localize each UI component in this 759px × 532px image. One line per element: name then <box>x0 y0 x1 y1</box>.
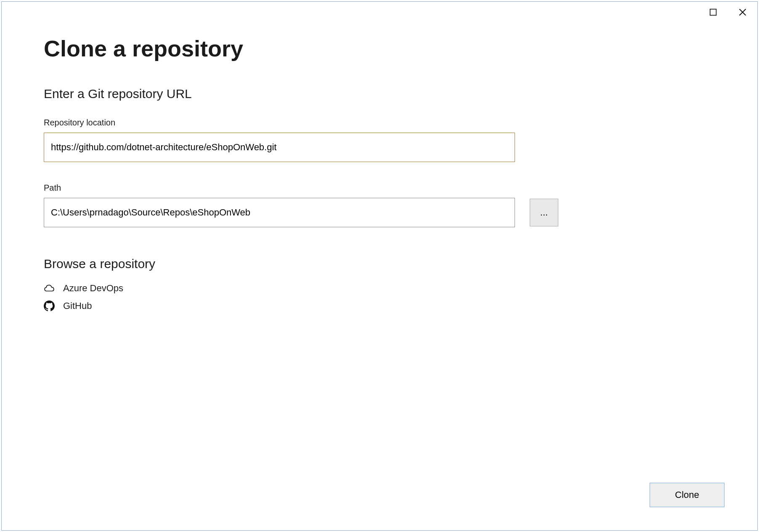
browse-repo-heading: Browse a repository <box>44 257 715 271</box>
path-group: Path ... <box>44 183 715 227</box>
provider-label: GitHub <box>63 301 92 311</box>
cloud-icon <box>44 283 55 294</box>
dialog-content: Clone a repository Enter a Git repositor… <box>2 2 757 530</box>
dialog-subtitle: Enter a Git repository URL <box>44 87 715 101</box>
provider-azure-devops[interactable]: Azure DevOps <box>44 279 715 297</box>
provider-github[interactable]: GitHub <box>44 297 715 315</box>
dialog-title: Clone a repository <box>44 35 715 61</box>
repo-location-input[interactable] <box>44 133 515 162</box>
path-row: ... <box>44 198 715 227</box>
repo-location-group: Repository location <box>44 118 715 162</box>
path-label: Path <box>44 183 715 193</box>
provider-label: Azure DevOps <box>63 283 123 294</box>
browse-path-button[interactable]: ... <box>530 199 558 226</box>
clone-repository-dialog: Clone a repository Enter a Git repositor… <box>1 1 758 531</box>
clone-button[interactable]: Clone <box>650 483 724 507</box>
github-icon <box>44 301 55 311</box>
path-input[interactable] <box>44 198 515 227</box>
repo-location-label: Repository location <box>44 118 715 128</box>
